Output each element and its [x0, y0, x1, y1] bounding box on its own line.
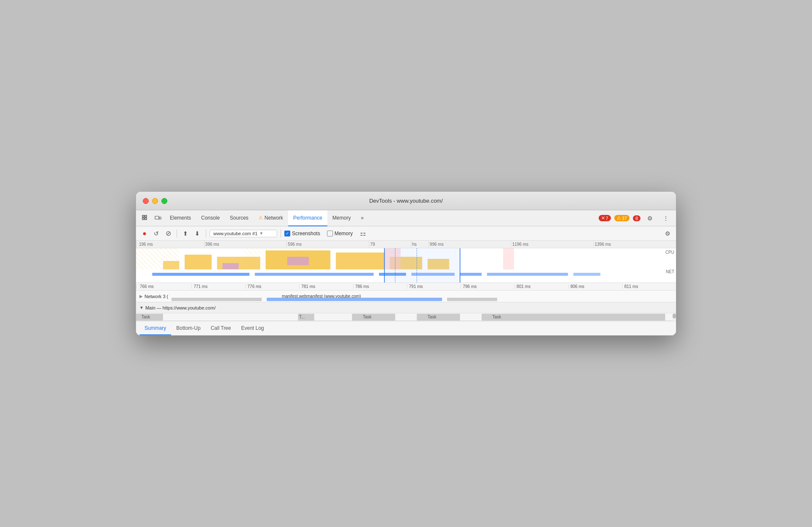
toolbar-divider-3: [281, 229, 281, 238]
window-title: DevTools - www.youtube.com/: [369, 198, 443, 204]
scrollbar-thumb[interactable]: [673, 314, 676, 318]
tab-event-log[interactable]: Event Log: [236, 322, 269, 335]
network-row[interactable]: ▶ Network 3 ( manifest.webmanifest (www.…: [136, 291, 676, 302]
timeline-chart[interactable]: CPU NET: [136, 248, 676, 283]
error-badge[interactable]: ✕ 7: [599, 215, 611, 221]
toolbar-divider-1: [177, 229, 177, 238]
timeline-overview[interactable]: 196 ms 396 ms 596 ms 79 hs 996 ms 1196 m…: [136, 241, 676, 283]
svg-rect-32: [172, 298, 262, 301]
ruler-mark-1396: 1396 ms: [594, 241, 676, 248]
tab-more[interactable]: »: [356, 210, 369, 226]
vertical-scrollbar[interactable]: [673, 313, 676, 321]
svg-text:Task: Task: [142, 315, 151, 319]
time-791: 791 ms: [407, 284, 460, 289]
network-collapse-arrow[interactable]: ▶: [139, 294, 143, 299]
svg-rect-23: [460, 273, 482, 276]
cpu-chart-svg: [136, 248, 676, 283]
svg-rect-43: [482, 314, 665, 321]
title-bar: DevTools - www.youtube.com/: [136, 192, 676, 210]
time-776: 776 ms: [245, 284, 299, 289]
svg-text:Task: Task: [492, 315, 501, 319]
svg-rect-0: [142, 215, 144, 217]
tab-elements[interactable]: Elements: [165, 210, 196, 226]
clear-button[interactable]: ⊘: [163, 228, 173, 239]
memory-label: Memory: [335, 231, 353, 236]
tab-bar: Elements Console Sources ⚠ Network Perfo…: [136, 210, 676, 226]
svg-text:Task: Task: [428, 315, 437, 319]
memory-checkbox[interactable]: [327, 231, 333, 236]
time-806: 806 ms: [568, 284, 622, 289]
performance-toolbar: ● ↺ ⊘ ⬆ ⬇ www.youtube.com #1 ▼ ✓ Screens…: [136, 226, 676, 241]
screenshots-checkbox[interactable]: ✓: [284, 231, 290, 236]
toolbar-divider-2: [206, 229, 206, 238]
ruler-mark-996: 996 ms: [428, 241, 511, 248]
svg-rect-2: [145, 215, 147, 217]
tab-console[interactable]: Console: [196, 210, 225, 226]
svg-rect-27: [384, 248, 460, 283]
minimize-button[interactable]: [152, 198, 158, 204]
url-dropdown-icon: ▼: [259, 231, 264, 236]
perf-settings-button[interactable]: ⚙: [662, 228, 673, 239]
tab-bottom-up[interactable]: Bottom-Up: [171, 322, 205, 335]
main-section-header[interactable]: ▼ Main — https://www.youtube.com/: [136, 302, 676, 313]
svg-rect-19: [152, 273, 249, 276]
url-selector[interactable]: www.youtube.com #1 ▼: [210, 230, 277, 237]
warning-badge[interactable]: ⚠ 37: [614, 215, 629, 221]
net-label: NET: [666, 269, 674, 274]
more-options-btn[interactable]: ⋮: [660, 212, 672, 224]
main-collapse-arrow[interactable]: ▼: [139, 305, 144, 310]
network-bar-container: manifest.webmanifest (www.youtube.com): [172, 294, 673, 299]
reload-record-button[interactable]: ↺: [151, 228, 161, 239]
traffic-lights: [143, 198, 167, 204]
collect-garbage-button[interactable]: ⚏: [358, 228, 368, 239]
inspector-icon-btn[interactable]: [139, 212, 151, 224]
download-button[interactable]: ⬇: [192, 228, 202, 239]
tab-network[interactable]: ⚠ Network: [253, 210, 288, 226]
devtools-body: Elements Console Sources ⚠ Network Perfo…: [136, 210, 676, 335]
svg-rect-13: [222, 263, 238, 269]
ruler-mark-hs: hs: [411, 241, 428, 248]
tab-performance[interactable]: Performance: [288, 210, 327, 226]
info-badge[interactable]: 8: [633, 215, 640, 221]
maximize-button[interactable]: [161, 198, 167, 204]
svg-rect-41: [417, 314, 460, 321]
svg-rect-1: [142, 218, 144, 220]
devtools-window: DevTools - www.youtube.com/ Elements Con…: [136, 191, 676, 336]
svg-text:T...: T...: [299, 315, 305, 319]
tab-sources[interactable]: Sources: [225, 210, 253, 226]
time-796: 796 ms: [460, 284, 514, 289]
screenshots-label: Screenshots: [292, 231, 320, 236]
task-bar-row: Task T... Task Task Task: [136, 313, 676, 321]
svg-rect-15: [136, 248, 179, 269]
svg-rect-3: [145, 218, 147, 220]
svg-rect-33: [267, 298, 442, 301]
svg-rect-20: [255, 273, 373, 276]
main-section-label: Main — https://www.youtube.com/: [145, 305, 215, 310]
svg-rect-34: [447, 298, 497, 301]
record-button[interactable]: ●: [139, 228, 150, 239]
svg-rect-7: [185, 255, 212, 269]
time-786: 786 ms: [353, 284, 407, 289]
upload-button[interactable]: ⬆: [180, 228, 191, 239]
flame-grid[interactable]: Task T... Task Task Task: [136, 313, 676, 321]
chart-background: CPU NET: [136, 248, 676, 283]
tab-memory[interactable]: Memory: [327, 210, 356, 226]
svg-rect-25: [573, 273, 600, 276]
tab-call-tree[interactable]: Call Tree: [206, 322, 236, 335]
svg-rect-39: [352, 314, 395, 321]
screenshots-checkbox-group[interactable]: ✓ Screenshots: [284, 231, 320, 236]
svg-text:Task: Task: [363, 315, 372, 319]
tab-summary[interactable]: Summary: [139, 322, 171, 335]
svg-rect-5: [159, 217, 161, 219]
url-text: www.youtube.com #1: [213, 231, 258, 236]
memory-checkbox-group[interactable]: Memory: [327, 231, 353, 236]
ruler-mark-796: 79: [369, 241, 411, 248]
badge-area: ✕ 7 ⚠ 37 8 ⚙ ⋮: [599, 212, 673, 224]
cpu-label: CPU: [665, 250, 674, 255]
time-811: 811 ms: [622, 284, 676, 289]
time-781: 781 ms: [299, 284, 353, 289]
main-content: 766 ms 771 ms 776 ms 781 ms 786 ms 791 m…: [136, 283, 676, 335]
close-button[interactable]: [143, 198, 149, 204]
device-toggle-btn[interactable]: [152, 212, 164, 224]
settings-gear-icon-btn[interactable]: ⚙: [644, 212, 656, 224]
